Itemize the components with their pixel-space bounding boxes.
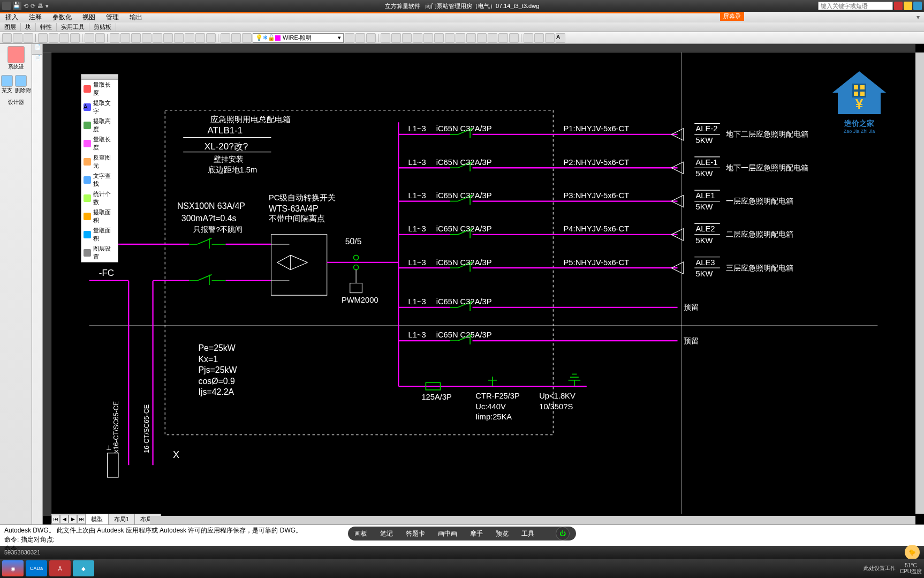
tool-rect[interactable] bbox=[423, 33, 433, 43]
menu-manage[interactable]: 管理 bbox=[101, 13, 124, 22]
tool-cut[interactable] bbox=[38, 33, 48, 43]
palette-extract-text[interactable]: A提取文字 bbox=[81, 98, 118, 116]
tool-ellipse[interactable] bbox=[445, 33, 455, 43]
tool-block[interactable] bbox=[185, 33, 194, 43]
ribbon-tab-block[interactable]: 块 bbox=[21, 23, 36, 31]
tool-layertool2[interactable] bbox=[355, 33, 365, 43]
layer-dropdown[interactable]: 💡❄🔓 WIRE-照明 ▾ bbox=[253, 33, 344, 43]
tool-mtext[interactable] bbox=[524, 33, 533, 43]
tool-zoomext[interactable] bbox=[142, 33, 152, 43]
emoji-icon[interactable]: 🐤 bbox=[905, 545, 920, 560]
palette-extract-area[interactable]: 提取面积 bbox=[81, 207, 118, 226]
tool-point[interactable] bbox=[509, 33, 519, 43]
tab-layout1[interactable]: 布局1 bbox=[108, 514, 135, 525]
power-icon[interactable]: ⏻ bbox=[556, 527, 570, 541]
scrollbar-vertical[interactable] bbox=[915, 52, 924, 514]
tool-text[interactable] bbox=[206, 33, 216, 43]
tool-grad[interactable] bbox=[488, 33, 497, 43]
tab-next[interactable]: ▶ bbox=[69, 515, 77, 523]
tool-spline[interactable] bbox=[466, 33, 476, 43]
task-chrome[interactable]: ◉ bbox=[2, 560, 24, 576]
palette-count[interactable]: 统计个数 bbox=[81, 189, 118, 207]
save-icon[interactable]: 💾 bbox=[13, 2, 21, 10]
undo-icon[interactable]: ⟲ bbox=[24, 3, 28, 10]
tool-line[interactable] bbox=[381, 33, 390, 43]
tool-undo[interactable] bbox=[85, 33, 94, 43]
tool-paste[interactable] bbox=[59, 33, 69, 43]
ribbon-tab-clipboard[interactable]: 剪贴板 bbox=[89, 23, 116, 31]
panel-btn-support[interactable] bbox=[1, 75, 13, 87]
task-autocad[interactable]: A bbox=[49, 560, 71, 576]
tool-pline[interactable] bbox=[391, 33, 401, 43]
tool-props[interactable] bbox=[153, 33, 162, 43]
search-input[interactable] bbox=[818, 2, 893, 10]
ftb-preview[interactable]: 预览 bbox=[496, 529, 509, 538]
tool-rev[interactable] bbox=[434, 33, 444, 43]
tool-layertool1[interactable] bbox=[345, 33, 354, 43]
palette-measure-len2[interactable]: 量取长度 bbox=[81, 134, 118, 153]
tool-circle[interactable] bbox=[413, 33, 422, 43]
tool-pan[interactable] bbox=[110, 33, 119, 43]
menu-view[interactable]: 视图 bbox=[77, 13, 101, 22]
help-icon[interactable] bbox=[894, 2, 903, 10]
print-icon[interactable]: 🖶 bbox=[37, 3, 43, 9]
ftb-note[interactable]: 笔记 bbox=[380, 529, 393, 538]
palette-measure-area[interactable]: 量取面积 bbox=[81, 226, 118, 244]
tool-region[interactable] bbox=[498, 33, 508, 43]
task-cad[interactable]: CADa bbox=[26, 560, 47, 576]
ribbon-tab-props[interactable]: 特性 bbox=[36, 23, 57, 31]
menu-parametric[interactable]: 参数化 bbox=[47, 13, 77, 22]
menu-output[interactable]: 输出 bbox=[124, 13, 148, 22]
menu-insert[interactable]: 插入 bbox=[0, 13, 24, 22]
tool-table2[interactable] bbox=[534, 33, 544, 43]
tool-earc[interactable] bbox=[456, 33, 465, 43]
tool-mld[interactable] bbox=[545, 33, 555, 43]
ftb-board[interactable]: 画板 bbox=[354, 529, 367, 538]
tool-txt[interactable]: A bbox=[556, 33, 565, 43]
tool-match[interactable] bbox=[70, 33, 80, 43]
ribbon-tab-utils[interactable]: 实用工具 bbox=[57, 23, 89, 31]
tab-first[interactable]: ⏮ bbox=[51, 515, 60, 523]
tool-copy[interactable] bbox=[49, 33, 58, 43]
tool-redo[interactable] bbox=[95, 33, 105, 43]
star-icon[interactable] bbox=[904, 2, 912, 10]
tool-save[interactable] bbox=[24, 33, 33, 43]
tool-arc[interactable] bbox=[402, 33, 412, 43]
tool-layer3[interactable] bbox=[242, 33, 252, 43]
tool-table[interactable] bbox=[195, 33, 205, 43]
ftb-tools[interactable]: 工具 bbox=[521, 529, 534, 538]
palette-titlebar[interactable] bbox=[81, 74, 118, 80]
tool-layer1[interactable] bbox=[221, 33, 230, 43]
panel-btn-system[interactable] bbox=[7, 46, 25, 63]
palette-reverse-lookup[interactable]: 反查图元 bbox=[81, 153, 118, 171]
scrollbar-horizontal[interactable] bbox=[150, 516, 915, 524]
tool-zoomwin[interactable] bbox=[131, 33, 141, 43]
task-app[interactable]: ◆ bbox=[73, 560, 94, 576]
floating-toolbar[interactable]: 画板 笔记 答题卡 画中画 摩手 预览 工具 ⏻ bbox=[348, 527, 576, 541]
tool-layer2[interactable] bbox=[231, 33, 241, 43]
help2-icon[interactable] bbox=[913, 2, 922, 10]
palette-layer-settings[interactable]: 图层设置 bbox=[81, 244, 118, 262]
system-tray[interactable]: 此处设置工作 51°C CPU温度 bbox=[864, 562, 922, 574]
redo-icon[interactable]: ⟳ bbox=[31, 3, 35, 10]
palette-measure-length[interactable]: 量取长度 bbox=[81, 80, 118, 98]
ftb-card[interactable]: 答题卡 bbox=[406, 529, 425, 538]
tool-tp[interactable] bbox=[174, 33, 184, 43]
tab-prev[interactable]: ◀ bbox=[60, 515, 69, 523]
tool-new[interactable] bbox=[2, 33, 12, 43]
tool-zoom[interactable] bbox=[120, 33, 130, 43]
tab-last[interactable]: ⏭ bbox=[77, 515, 86, 523]
tool-open[interactable] bbox=[13, 33, 22, 43]
tool-hatch[interactable] bbox=[477, 33, 487, 43]
quantity-palette[interactable]: 量取长度 A提取文字 提取高度 量取长度 反查图元 文字查找 统计个数 提取面积… bbox=[81, 74, 118, 262]
ribbon-tab-layer[interactable]: 图层 bbox=[0, 23, 21, 31]
tool-dsm[interactable] bbox=[163, 33, 173, 43]
ftb-hand[interactable]: 摩手 bbox=[470, 529, 483, 538]
tab-model[interactable]: 模型 bbox=[85, 514, 109, 525]
palette-text-find[interactable]: 文字查找 bbox=[81, 171, 118, 189]
panel-btn-delete[interactable] bbox=[15, 75, 27, 87]
menu-annotate[interactable]: 注释 bbox=[24, 13, 47, 22]
ftb-pip[interactable]: 画中画 bbox=[438, 529, 457, 538]
drawing-canvas[interactable]: 量取长度 A提取文字 提取高度 量取长度 反查图元 文字查找 统计个数 提取面积… bbox=[51, 52, 915, 514]
tool-layertool3[interactable] bbox=[366, 33, 376, 43]
